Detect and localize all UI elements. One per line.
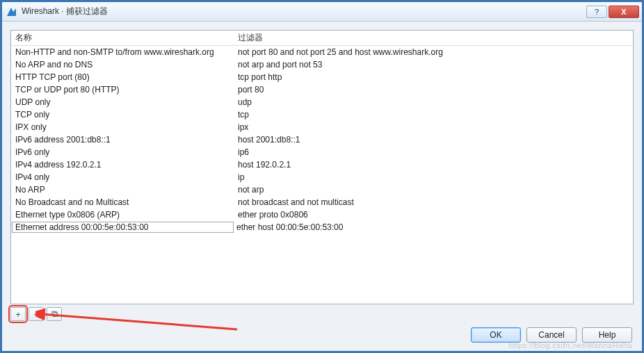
list-rows: Non-HTTP and non-SMTP to/from www.wiresh… <box>11 46 633 233</box>
filter-name-cell: TCP only <box>11 110 235 120</box>
table-row[interactable]: No Broadcast and no Multicastnot broadca… <box>11 196 633 208</box>
cancel-button[interactable]: Cancel <box>526 327 577 343</box>
filter-name-cell: IPv6 only <box>11 147 235 157</box>
table-row[interactable]: Non-HTTP and non-SMTP to/from www.wiresh… <box>11 46 633 58</box>
filter-name-cell: No ARP and no DNS <box>11 60 235 69</box>
table-row[interactable]: TCP onlytcp <box>11 108 633 121</box>
filter-expr-cell: not arp <box>235 185 633 195</box>
annotation-arrow <box>35 304 244 332</box>
filter-expr-cell: host 2001:db8::1 <box>235 135 633 145</box>
filter-name-cell: IPv4 address 192.0.2.1 <box>11 160 235 170</box>
table-row[interactable]: No ARP and no DNSnot arp and port not 53 <box>11 58 633 71</box>
filter-expr-cell: ipx <box>235 122 633 132</box>
filter-expr-cell: ip6 <box>235 147 633 157</box>
list-toolbar: + − ⧉ <box>10 307 634 321</box>
table-row[interactable]: Ethernet address 00:00:5e:00:53:00ether … <box>11 221 633 233</box>
filter-name-cell[interactable]: Ethernet address 00:00:5e:00:53:00 <box>12 222 234 233</box>
minus-icon: − <box>33 309 39 320</box>
filter-expr-cell: not broadcast and not multicast <box>235 197 633 207</box>
filter-name-cell: IPv4 only <box>11 172 235 182</box>
list-header: 名称 过滤器 <box>11 31 633 46</box>
table-row[interactable]: Ethernet type 0x0806 (ARP)ether proto 0x… <box>11 208 633 221</box>
filter-name-cell: No Broadcast and no Multicast <box>11 197 235 207</box>
filter-name-cell: IPX only <box>11 122 235 132</box>
filter-expr-cell: tcp <box>235 110 633 120</box>
add-button[interactable]: + <box>10 307 26 321</box>
filter-expr-cell: port 80 <box>235 85 633 95</box>
filter-expr-cell: ether host 00:00:5e:00:53:00 <box>234 222 633 232</box>
filter-expr-cell: host 192.0.2.1 <box>235 160 633 170</box>
filter-expr-cell: not port 80 and not port 25 and host www… <box>235 47 633 57</box>
window-title: Wireshark · 捕获过滤器 <box>22 6 108 17</box>
filter-name-cell: HTTP TCP port (80) <box>11 72 235 82</box>
help-button[interactable]: Help <box>582 327 632 343</box>
filter-name-cell: No ARP <box>11 185 235 195</box>
titlebar-close-button[interactable]: X <box>609 6 639 18</box>
filter-expr-cell: tcp port http <box>235 72 633 82</box>
ok-button[interactable]: OK <box>471 327 521 343</box>
wireshark-fin-icon <box>6 6 17 17</box>
table-row[interactable]: IPv4 onlyip <box>11 171 633 183</box>
remove-button[interactable]: − <box>29 307 44 321</box>
filter-name-cell: UDP only <box>11 97 235 107</box>
svg-line-0 <box>41 314 237 329</box>
table-row[interactable]: IPv4 address 192.0.2.1host 192.0.2.1 <box>11 158 633 171</box>
titlebar: Wireshark · 捕获过滤器 ? X <box>2 2 642 22</box>
filter-expr-cell: ether proto 0x0806 <box>235 210 633 220</box>
table-row[interactable]: TCP or UDP port 80 (HTTP)port 80 <box>11 83 633 96</box>
table-row[interactable]: IPX onlyipx <box>11 121 633 133</box>
filter-expr-cell: ip <box>235 172 633 182</box>
plus-icon: + <box>15 309 21 320</box>
dialog-content: 名称 过滤器 Non-HTTP and non-SMTP to/from www… <box>2 22 642 351</box>
table-row[interactable]: IPv6 address 2001:db8::1host 2001:db8::1 <box>11 133 633 146</box>
copy-icon: ⧉ <box>51 309 58 320</box>
filter-expr-cell: udp <box>235 97 633 107</box>
table-row[interactable]: UDP onlyudp <box>11 96 633 108</box>
table-row[interactable]: HTTP TCP port (80)tcp port http <box>11 71 633 83</box>
column-header-name[interactable]: 名称 <box>11 32 235 44</box>
copy-button[interactable]: ⧉ <box>47 307 62 321</box>
filter-name-cell: IPv6 address 2001:db8::1 <box>11 135 235 145</box>
titlebar-help-button[interactable]: ? <box>586 6 607 18</box>
filter-name-cell: Non-HTTP and non-SMTP to/from www.wiresh… <box>11 47 235 57</box>
filter-name-cell: Ethernet type 0x0806 (ARP) <box>11 210 235 220</box>
filter-name-cell: TCP or UDP port 80 (HTTP) <box>11 85 235 95</box>
table-row[interactable]: No ARPnot arp <box>11 183 633 196</box>
filter-expr-cell: not arp and port not 53 <box>235 60 633 69</box>
filter-list[interactable]: 名称 过滤器 Non-HTTP and non-SMTP to/from www… <box>10 30 634 304</box>
column-header-filter[interactable]: 过滤器 <box>235 32 633 44</box>
dialog-button-bar: OK Cancel Help <box>471 327 632 343</box>
table-row[interactable]: IPv6 onlyip6 <box>11 146 633 158</box>
